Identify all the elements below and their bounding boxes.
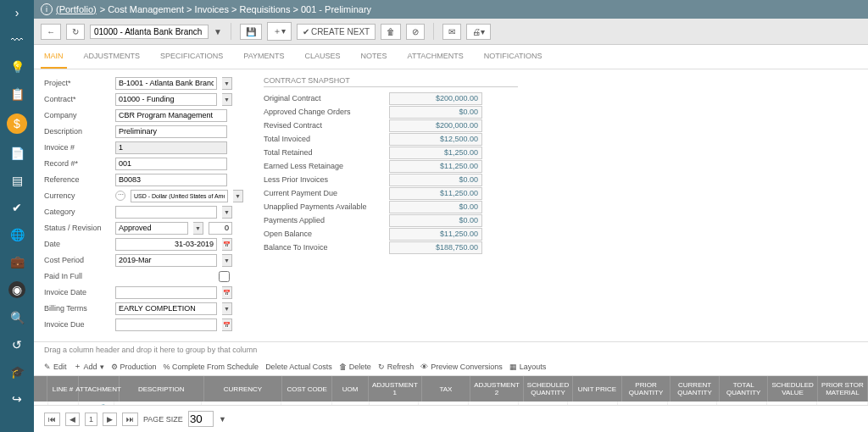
cost-icon[interactable]: $: [7, 114, 27, 134]
paid-full-checkbox[interactable]: [219, 270, 230, 283]
page-size-dd[interactable]: ▼: [219, 415, 226, 424]
grid-delete-actual-button[interactable]: Delete Actual Costs: [265, 363, 332, 371]
tab-clauses[interactable]: CLAUSES: [302, 45, 344, 69]
cost-period-field[interactable]: [115, 254, 217, 267]
currency-dd[interactable]: ▼: [233, 190, 243, 202]
revision-field[interactable]: [209, 222, 232, 235]
grid-refresh-button[interactable]: ↻ Refresh: [378, 363, 415, 371]
col-up[interactable]: UNIT PRICE: [573, 376, 622, 402]
currency-more-icon[interactable]: ⋯: [115, 191, 125, 201]
contract-field[interactable]: [115, 93, 217, 106]
logout-icon[interactable]: ↪: [9, 391, 25, 407]
add-button[interactable]: ＋▾: [267, 22, 292, 41]
invoice-date-field[interactable]: [115, 286, 217, 299]
invoice-due-label: Invoice Due: [44, 320, 110, 329]
globe-icon[interactable]: 🌐: [9, 227, 25, 242]
tab-notifications[interactable]: NOTIFICATIONS: [481, 45, 546, 69]
back-button[interactable]: ←: [41, 24, 61, 40]
date-field[interactable]: [115, 238, 217, 251]
tab-specifications[interactable]: SPECIFICATIONS: [157, 45, 226, 69]
category-dd[interactable]: ▼: [222, 206, 232, 219]
info-icon[interactable]: i: [41, 3, 53, 15]
col-line[interactable]: LINE #: [47, 376, 78, 402]
reference-field[interactable]: [115, 174, 227, 186]
cancel-button[interactable]: ⊘: [406, 24, 425, 40]
grid-preview-button[interactable]: 👁 Preview Conversions: [420, 363, 503, 371]
tab-adjustments[interactable]: ADJUSTMENTS: [81, 45, 144, 69]
col-pq[interactable]: PRIOR QUANTITY: [622, 376, 671, 402]
col-tq[interactable]: TOTAL QUANTITY: [720, 376, 769, 402]
clipboard-icon[interactable]: 📋: [9, 86, 25, 102]
billing-terms-label: Billing Terms: [44, 304, 110, 313]
page-size-input[interactable]: [188, 411, 214, 427]
refresh-button[interactable]: ↻: [66, 24, 85, 40]
invoice-date-label: Invoice Date: [44, 288, 110, 296]
snap-label: Original Contract: [264, 94, 382, 102]
description-field[interactable]: [115, 125, 227, 138]
access-icon[interactable]: ◉: [8, 281, 25, 298]
invoice-due-field[interactable]: [115, 318, 217, 331]
col-uom[interactable]: UOM: [332, 376, 369, 402]
grid-add-button[interactable]: ＋ Add ▾: [74, 361, 104, 372]
email-button[interactable]: ✉: [442, 24, 461, 40]
col-currency[interactable]: CURRENCY: [204, 376, 282, 402]
grid-group-hint[interactable]: Drag a column header and drop it here to…: [34, 342, 868, 357]
grid-pct-button[interactable]: % Complete From Schedule: [164, 363, 259, 371]
tab-main[interactable]: MAIN: [41, 45, 67, 69]
tab-attachments[interactable]: ATTACHMENTS: [404, 45, 467, 69]
pager-next[interactable]: ▶: [103, 413, 117, 426]
pager-last[interactable]: ⏭: [122, 413, 138, 426]
col-adj1[interactable]: ADJUSTMENT 1: [369, 376, 422, 402]
category-field[interactable]: [115, 206, 217, 219]
grid-delete-button[interactable]: 🗑 Delete: [339, 363, 371, 371]
company-field[interactable]: [115, 109, 227, 122]
grid-edit-button[interactable]: ✎ Edit: [44, 363, 67, 371]
bulb-icon[interactable]: 💡: [9, 59, 25, 75]
pager-prev[interactable]: ◀: [65, 413, 80, 426]
sheet-icon[interactable]: ▤: [9, 173, 25, 188]
col-cq[interactable]: CURRENT QUANTITY: [670, 376, 720, 402]
cost-period-dd[interactable]: ▼: [222, 254, 232, 267]
invoice-due-cal-icon[interactable]: 📅: [222, 318, 232, 331]
status-dd[interactable]: ▼: [193, 222, 203, 235]
billing-terms-field[interactable]: [115, 302, 217, 315]
grid-production-button[interactable]: ⚙ Production: [111, 363, 157, 371]
record-no-field[interactable]: [115, 158, 227, 170]
currency-field[interactable]: [131, 190, 228, 202]
contract-dd[interactable]: ▼: [222, 93, 232, 106]
briefcase-icon[interactable]: 💼: [9, 254, 25, 269]
tab-notes[interactable]: NOTES: [358, 45, 391, 69]
status-field[interactable]: [115, 222, 188, 235]
record-selector[interactable]: [90, 25, 209, 39]
breadcrumb-portfolio[interactable]: (Portfolio): [56, 4, 97, 14]
expand-icon[interactable]: ›: [9, 5, 25, 20]
check-icon[interactable]: ✔: [9, 200, 25, 215]
grad-icon[interactable]: 🎓: [9, 364, 25, 379]
invoice-date-cal-icon[interactable]: 📅: [222, 286, 232, 299]
history-icon[interactable]: ↺: [9, 337, 25, 352]
col-adj2[interactable]: ADJUSTMENT 2: [470, 376, 524, 402]
date-cal-icon[interactable]: 📅: [222, 238, 232, 251]
col-code[interactable]: COST CODE: [282, 376, 332, 402]
delete-button[interactable]: 🗑: [381, 24, 401, 40]
col-sv[interactable]: SCHEDULED VALUE: [768, 376, 817, 402]
print-button[interactable]: 🖨▾: [466, 24, 491, 40]
snap-value: $11,250.00: [389, 187, 482, 200]
docs-icon[interactable]: 📄: [9, 146, 25, 161]
col-tax[interactable]: TAX: [422, 376, 471, 402]
col-sq[interactable]: SCHEDULED QUANTITY: [524, 376, 573, 402]
save-button[interactable]: 💾: [240, 24, 262, 40]
project-field[interactable]: [115, 77, 217, 90]
pager-page[interactable]: 1: [85, 413, 97, 426]
pager-first[interactable]: ⏮: [44, 413, 60, 426]
billing-terms-dd[interactable]: ▼: [222, 302, 232, 315]
record-selector-dd[interactable]: ▼: [214, 27, 222, 36]
grid-layouts-button[interactable]: ▦ Layouts: [509, 363, 547, 371]
tab-payments[interactable]: PAYMENTS: [240, 45, 287, 69]
search-icon[interactable]: 🔍: [9, 310, 25, 325]
project-dd[interactable]: ▼: [222, 77, 232, 90]
create-next-button[interactable]: ✔ CREATE NEXT: [297, 24, 376, 40]
col-desc[interactable]: DESCRIPTION: [120, 376, 204, 402]
col-prior-stor[interactable]: PRIOR STOR MATERIAL: [818, 376, 868, 402]
col-attach[interactable]: ATTACHMENT: [79, 376, 120, 402]
